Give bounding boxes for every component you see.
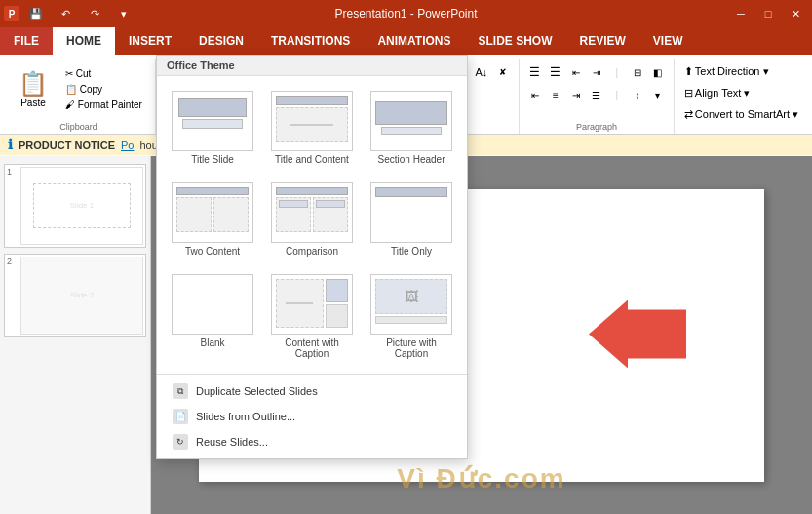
slide-image-2: Slide 2 bbox=[20, 257, 143, 335]
bullets-button[interactable]: ☰ bbox=[525, 62, 545, 82]
reuse-slides-icon: ↻ bbox=[173, 434, 188, 450]
para-sep2-button: | bbox=[607, 85, 627, 104]
tab-design[interactable]: DESIGN bbox=[185, 27, 257, 55]
justify-button[interactable]: ☰ bbox=[587, 85, 606, 104]
layout-thumb-section-header bbox=[370, 91, 452, 151]
layout-thumb-picture-caption: 🖼 bbox=[370, 274, 452, 335]
layout-thumb-title-slide bbox=[172, 91, 253, 151]
customize-button[interactable]: ▾ bbox=[111, 4, 136, 23]
new-slide-dropdown: Office Theme Title Slide Title and Conte… bbox=[156, 55, 468, 459]
slide-thumb-2[interactable]: 2 Slide 2 bbox=[4, 254, 146, 337]
layout-title-slide[interactable]: Title Slide bbox=[167, 86, 258, 170]
smart-art-button[interactable]: ◧ bbox=[648, 62, 668, 82]
slide-thumb-1[interactable]: 1 Slide 1 bbox=[4, 164, 146, 248]
cut-button[interactable]: ✂ Cut bbox=[60, 66, 147, 81]
slide-image-1: Slide 1 bbox=[20, 167, 143, 245]
tab-home[interactable]: HOME bbox=[53, 27, 115, 55]
text-options-group: ⬆ Text Direction ▾ ⊟ Align Text ▾ ⇄ Conv… bbox=[675, 59, 808, 134]
tab-slideshow[interactable]: SLIDE SHOW bbox=[464, 27, 565, 55]
decrease-font-button[interactable]: A↓ bbox=[472, 62, 491, 82]
slide-num-2: 2 bbox=[7, 257, 17, 266]
paragraph-group: ☰ ☰ ⇤ ⇥ | ⊟ ◧ ⇤ ≡ ⇥ ☰ | ↕ ▾ Paragraph bbox=[520, 59, 675, 134]
align-text-label: Align Text ▾ bbox=[695, 87, 751, 99]
align-center-button[interactable]: ≡ bbox=[546, 85, 565, 104]
dropdown-theme-header: Office Theme bbox=[157, 56, 467, 76]
minimize-button[interactable]: ─ bbox=[728, 4, 754, 23]
duplicate-slides-action[interactable]: ⧉ Duplicate Selected Slides bbox=[157, 378, 467, 404]
more-para-button[interactable]: ▾ bbox=[648, 85, 668, 104]
convert-smartart-button[interactable]: ⇄ Convert to SmartArt ▾ bbox=[679, 105, 803, 124]
text-direction-button[interactable]: ⬆ Text Direction ▾ bbox=[679, 62, 774, 81]
convert-smartart-label: Convert to SmartArt ▾ bbox=[695, 108, 798, 121]
clipboard-label: Clipboard bbox=[59, 122, 97, 132]
paste-label: Paste bbox=[20, 98, 46, 108]
app-icon: P bbox=[4, 6, 19, 21]
ribbon-tabs: FILE HOME INSERT DESIGN TRANSITIONS ANIM… bbox=[0, 27, 812, 55]
text-direction-icon: ⬆ bbox=[684, 65, 693, 78]
layout-title-content[interactable]: Title and Content bbox=[266, 86, 358, 170]
tab-animations[interactable]: ANIMATIONS bbox=[364, 27, 464, 55]
convert-smartart-icon: ⇄ bbox=[684, 108, 693, 121]
paste-button[interactable]: 📋 Paste bbox=[10, 62, 57, 115]
from-outline-label: Slides from Outline... bbox=[196, 411, 295, 422]
layout-thumb-two-content bbox=[172, 182, 253, 243]
notification-link[interactable]: Po bbox=[121, 139, 134, 151]
window-title: Presentation1 - PowerPoint bbox=[334, 7, 477, 20]
layout-label-comparison: Comparison bbox=[286, 246, 338, 257]
line-spacing-button[interactable]: ↕ bbox=[628, 85, 647, 104]
layout-blank[interactable]: Blank bbox=[167, 269, 258, 364]
layout-comparison[interactable]: Comparison bbox=[266, 178, 358, 261]
notification-title: PRODUCT NOTICE bbox=[19, 139, 115, 151]
reuse-slides-label: Reuse Slides... bbox=[196, 436, 268, 448]
layout-label-section-header: Section Header bbox=[378, 154, 445, 165]
layout-label-content-caption: Content with Caption bbox=[271, 337, 353, 359]
title-bar: P 💾 ↶ ↷ ▾ Presentation1 - PowerPoint ─ □… bbox=[0, 0, 812, 27]
layout-content-caption[interactable]: Content with Caption bbox=[266, 269, 358, 364]
tab-insert[interactable]: INSERT bbox=[115, 27, 185, 55]
numbering-button[interactable]: ☰ bbox=[546, 62, 565, 82]
paragraph-group-label: Paragraph bbox=[576, 122, 617, 132]
layout-label-title-slide: Title Slide bbox=[191, 154, 234, 165]
undo-button[interactable]: ↶ bbox=[53, 4, 78, 23]
from-outline-action[interactable]: 📄 Slides from Outline... bbox=[157, 404, 467, 429]
layout-two-content[interactable]: Two Content bbox=[167, 178, 258, 261]
layout-picture-caption[interactable]: 🖼 Picture with Caption bbox=[366, 269, 457, 364]
close-button[interactable]: ✕ bbox=[783, 4, 808, 23]
maximize-button[interactable]: □ bbox=[755, 4, 781, 23]
indent-increase-button[interactable]: ⇥ bbox=[587, 62, 606, 82]
layout-section-header[interactable]: Section Header bbox=[366, 86, 457, 170]
align-text-button[interactable]: ⊟ Align Text ▾ bbox=[679, 84, 755, 102]
redo-button[interactable]: ↷ bbox=[82, 4, 107, 23]
reuse-slides-action[interactable]: ↻ Reuse Slides... bbox=[157, 429, 467, 455]
tab-view[interactable]: VIEW bbox=[639, 27, 697, 55]
indent-decrease-button[interactable]: ⇤ bbox=[566, 62, 586, 82]
clipboard-group: 📋 Paste ✂ Cut 📋 Copy 🖌 Format Painter Cl… bbox=[4, 59, 156, 134]
align-left-button[interactable]: ⇤ bbox=[525, 85, 545, 104]
save-button[interactable]: 💾 bbox=[23, 4, 49, 23]
clear-format-button[interactable]: ✘ bbox=[493, 62, 513, 82]
dropdown-actions: ⧉ Duplicate Selected Slides 📄 Slides fro… bbox=[157, 374, 467, 458]
layout-thumb-blank bbox=[172, 274, 253, 335]
align-text-icon: ⊟ bbox=[684, 87, 693, 99]
layout-grid: Title Slide Title and Content Section He… bbox=[157, 76, 467, 374]
layout-title-only[interactable]: Title Only bbox=[366, 178, 457, 261]
svg-marker-0 bbox=[589, 299, 686, 368]
columns-button[interactable]: ⊟ bbox=[628, 62, 647, 82]
layout-label-title-only: Title Only bbox=[391, 246, 432, 257]
tab-transitions[interactable]: TRANSITIONS bbox=[257, 27, 364, 55]
align-right-button[interactable]: ⇥ bbox=[566, 85, 586, 104]
layout-label-title-content: Title and Content bbox=[275, 154, 349, 165]
layout-thumb-title-only bbox=[370, 182, 452, 243]
layout-label-blank: Blank bbox=[200, 337, 224, 348]
duplicate-label: Duplicate Selected Slides bbox=[196, 385, 318, 397]
duplicate-icon: ⧉ bbox=[173, 383, 188, 399]
slide-panel: 1 Slide 1 2 Slide 2 bbox=[0, 156, 151, 514]
tab-file[interactable]: FILE bbox=[0, 27, 53, 55]
from-outline-icon: 📄 bbox=[173, 409, 188, 424]
layout-thumb-content-caption bbox=[271, 274, 353, 335]
tab-review[interactable]: REVIEW bbox=[566, 27, 639, 55]
slide-num-1: 1 bbox=[7, 167, 17, 177]
window-controls: ─ □ ✕ bbox=[728, 4, 808, 23]
copy-button[interactable]: 📋 Copy bbox=[60, 82, 147, 97]
format-painter-button[interactable]: 🖌 Format Painter bbox=[60, 98, 147, 112]
